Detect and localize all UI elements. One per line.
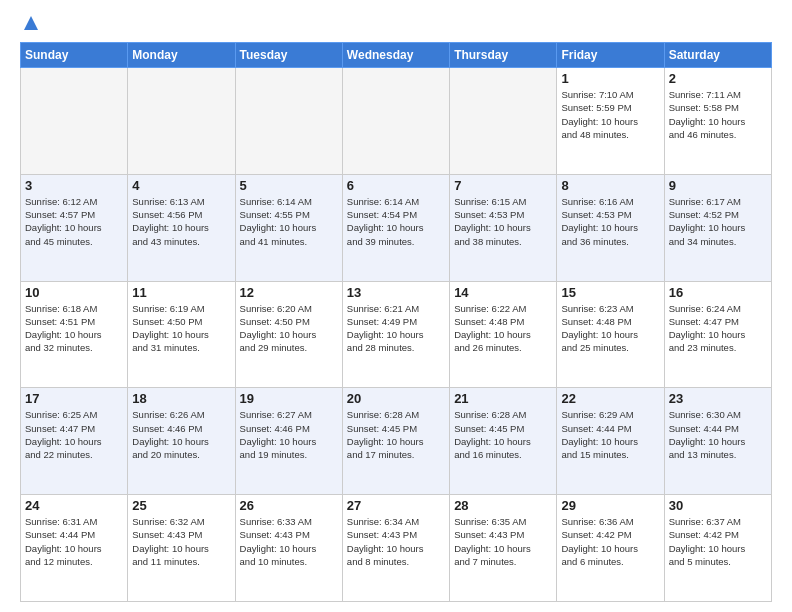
day-number: 13: [347, 285, 445, 300]
calendar-cell: 5Sunrise: 6:14 AM Sunset: 4:55 PM Daylig…: [235, 174, 342, 281]
day-number: 11: [132, 285, 230, 300]
calendar-cell: 1Sunrise: 7:10 AM Sunset: 5:59 PM Daylig…: [557, 68, 664, 175]
calendar-cell: [21, 68, 128, 175]
day-number: 18: [132, 391, 230, 406]
calendar-cell: 22Sunrise: 6:29 AM Sunset: 4:44 PM Dayli…: [557, 388, 664, 495]
day-info: Sunrise: 6:19 AM Sunset: 4:50 PM Dayligh…: [132, 302, 230, 355]
calendar-header-saturday: Saturday: [664, 43, 771, 68]
day-number: 24: [25, 498, 123, 513]
day-info: Sunrise: 6:30 AM Sunset: 4:44 PM Dayligh…: [669, 408, 767, 461]
day-number: 12: [240, 285, 338, 300]
day-info: Sunrise: 6:28 AM Sunset: 4:45 PM Dayligh…: [454, 408, 552, 461]
day-number: 10: [25, 285, 123, 300]
day-info: Sunrise: 6:13 AM Sunset: 4:56 PM Dayligh…: [132, 195, 230, 248]
calendar-cell: 19Sunrise: 6:27 AM Sunset: 4:46 PM Dayli…: [235, 388, 342, 495]
day-info: Sunrise: 7:11 AM Sunset: 5:58 PM Dayligh…: [669, 88, 767, 141]
svg-marker-0: [24, 16, 38, 30]
day-number: 29: [561, 498, 659, 513]
day-info: Sunrise: 6:12 AM Sunset: 4:57 PM Dayligh…: [25, 195, 123, 248]
day-number: 22: [561, 391, 659, 406]
day-info: Sunrise: 6:22 AM Sunset: 4:48 PM Dayligh…: [454, 302, 552, 355]
day-info: Sunrise: 6:27 AM Sunset: 4:46 PM Dayligh…: [240, 408, 338, 461]
calendar-cell: 15Sunrise: 6:23 AM Sunset: 4:48 PM Dayli…: [557, 281, 664, 388]
day-info: Sunrise: 7:10 AM Sunset: 5:59 PM Dayligh…: [561, 88, 659, 141]
calendar-week-0: 1Sunrise: 7:10 AM Sunset: 5:59 PM Daylig…: [21, 68, 772, 175]
day-info: Sunrise: 6:18 AM Sunset: 4:51 PM Dayligh…: [25, 302, 123, 355]
day-number: 30: [669, 498, 767, 513]
day-info: Sunrise: 6:34 AM Sunset: 4:43 PM Dayligh…: [347, 515, 445, 568]
calendar-cell: 26Sunrise: 6:33 AM Sunset: 4:43 PM Dayli…: [235, 495, 342, 602]
day-info: Sunrise: 6:37 AM Sunset: 4:42 PM Dayligh…: [669, 515, 767, 568]
day-number: 25: [132, 498, 230, 513]
calendar-header-monday: Monday: [128, 43, 235, 68]
calendar-header-sunday: Sunday: [21, 43, 128, 68]
day-info: Sunrise: 6:33 AM Sunset: 4:43 PM Dayligh…: [240, 515, 338, 568]
day-number: 8: [561, 178, 659, 193]
day-number: 6: [347, 178, 445, 193]
calendar-cell: 4Sunrise: 6:13 AM Sunset: 4:56 PM Daylig…: [128, 174, 235, 281]
day-number: 27: [347, 498, 445, 513]
day-number: 3: [25, 178, 123, 193]
day-number: 9: [669, 178, 767, 193]
calendar-cell: 17Sunrise: 6:25 AM Sunset: 4:47 PM Dayli…: [21, 388, 128, 495]
logo: [20, 16, 38, 34]
day-number: 5: [240, 178, 338, 193]
calendar-cell: 29Sunrise: 6:36 AM Sunset: 4:42 PM Dayli…: [557, 495, 664, 602]
day-info: Sunrise: 6:29 AM Sunset: 4:44 PM Dayligh…: [561, 408, 659, 461]
calendar-cell: [342, 68, 449, 175]
day-info: Sunrise: 6:17 AM Sunset: 4:52 PM Dayligh…: [669, 195, 767, 248]
calendar-week-2: 10Sunrise: 6:18 AM Sunset: 4:51 PM Dayli…: [21, 281, 772, 388]
day-number: 7: [454, 178, 552, 193]
day-info: Sunrise: 6:15 AM Sunset: 4:53 PM Dayligh…: [454, 195, 552, 248]
calendar-header-row: SundayMondayTuesdayWednesdayThursdayFrid…: [21, 43, 772, 68]
calendar-header-friday: Friday: [557, 43, 664, 68]
day-info: Sunrise: 6:28 AM Sunset: 4:45 PM Dayligh…: [347, 408, 445, 461]
calendar-cell: 27Sunrise: 6:34 AM Sunset: 4:43 PM Dayli…: [342, 495, 449, 602]
day-info: Sunrise: 6:23 AM Sunset: 4:48 PM Dayligh…: [561, 302, 659, 355]
calendar-cell: 16Sunrise: 6:24 AM Sunset: 4:47 PM Dayli…: [664, 281, 771, 388]
calendar-cell: 10Sunrise: 6:18 AM Sunset: 4:51 PM Dayli…: [21, 281, 128, 388]
day-number: 14: [454, 285, 552, 300]
calendar-cell: 9Sunrise: 6:17 AM Sunset: 4:52 PM Daylig…: [664, 174, 771, 281]
day-info: Sunrise: 6:21 AM Sunset: 4:49 PM Dayligh…: [347, 302, 445, 355]
calendar-cell: [450, 68, 557, 175]
calendar-cell: [128, 68, 235, 175]
calendar-cell: 11Sunrise: 6:19 AM Sunset: 4:50 PM Dayli…: [128, 281, 235, 388]
calendar-cell: 18Sunrise: 6:26 AM Sunset: 4:46 PM Dayli…: [128, 388, 235, 495]
day-info: Sunrise: 6:25 AM Sunset: 4:47 PM Dayligh…: [25, 408, 123, 461]
day-number: 17: [25, 391, 123, 406]
day-number: 20: [347, 391, 445, 406]
calendar-cell: 7Sunrise: 6:15 AM Sunset: 4:53 PM Daylig…: [450, 174, 557, 281]
day-info: Sunrise: 6:36 AM Sunset: 4:42 PM Dayligh…: [561, 515, 659, 568]
calendar-table: SundayMondayTuesdayWednesdayThursdayFrid…: [20, 42, 772, 602]
day-info: Sunrise: 6:32 AM Sunset: 4:43 PM Dayligh…: [132, 515, 230, 568]
calendar-cell: [235, 68, 342, 175]
calendar-cell: 30Sunrise: 6:37 AM Sunset: 4:42 PM Dayli…: [664, 495, 771, 602]
day-info: Sunrise: 6:24 AM Sunset: 4:47 PM Dayligh…: [669, 302, 767, 355]
calendar-cell: 28Sunrise: 6:35 AM Sunset: 4:43 PM Dayli…: [450, 495, 557, 602]
day-number: 2: [669, 71, 767, 86]
day-info: Sunrise: 6:14 AM Sunset: 4:55 PM Dayligh…: [240, 195, 338, 248]
day-info: Sunrise: 6:26 AM Sunset: 4:46 PM Dayligh…: [132, 408, 230, 461]
day-info: Sunrise: 6:20 AM Sunset: 4:50 PM Dayligh…: [240, 302, 338, 355]
calendar-cell: 14Sunrise: 6:22 AM Sunset: 4:48 PM Dayli…: [450, 281, 557, 388]
calendar-cell: 3Sunrise: 6:12 AM Sunset: 4:57 PM Daylig…: [21, 174, 128, 281]
header: [20, 16, 772, 34]
calendar-header-thursday: Thursday: [450, 43, 557, 68]
calendar-cell: 21Sunrise: 6:28 AM Sunset: 4:45 PM Dayli…: [450, 388, 557, 495]
day-info: Sunrise: 6:14 AM Sunset: 4:54 PM Dayligh…: [347, 195, 445, 248]
calendar-cell: 8Sunrise: 6:16 AM Sunset: 4:53 PM Daylig…: [557, 174, 664, 281]
day-info: Sunrise: 6:35 AM Sunset: 4:43 PM Dayligh…: [454, 515, 552, 568]
calendar-week-3: 17Sunrise: 6:25 AM Sunset: 4:47 PM Dayli…: [21, 388, 772, 495]
day-info: Sunrise: 6:16 AM Sunset: 4:53 PM Dayligh…: [561, 195, 659, 248]
calendar-cell: 25Sunrise: 6:32 AM Sunset: 4:43 PM Dayli…: [128, 495, 235, 602]
day-number: 16: [669, 285, 767, 300]
day-number: 28: [454, 498, 552, 513]
logo-triangle-icon: [24, 16, 38, 34]
calendar-cell: 6Sunrise: 6:14 AM Sunset: 4:54 PM Daylig…: [342, 174, 449, 281]
day-number: 15: [561, 285, 659, 300]
page: SundayMondayTuesdayWednesdayThursdayFrid…: [0, 0, 792, 612]
calendar-cell: 12Sunrise: 6:20 AM Sunset: 4:50 PM Dayli…: [235, 281, 342, 388]
day-info: Sunrise: 6:31 AM Sunset: 4:44 PM Dayligh…: [25, 515, 123, 568]
calendar-cell: 24Sunrise: 6:31 AM Sunset: 4:44 PM Dayli…: [21, 495, 128, 602]
